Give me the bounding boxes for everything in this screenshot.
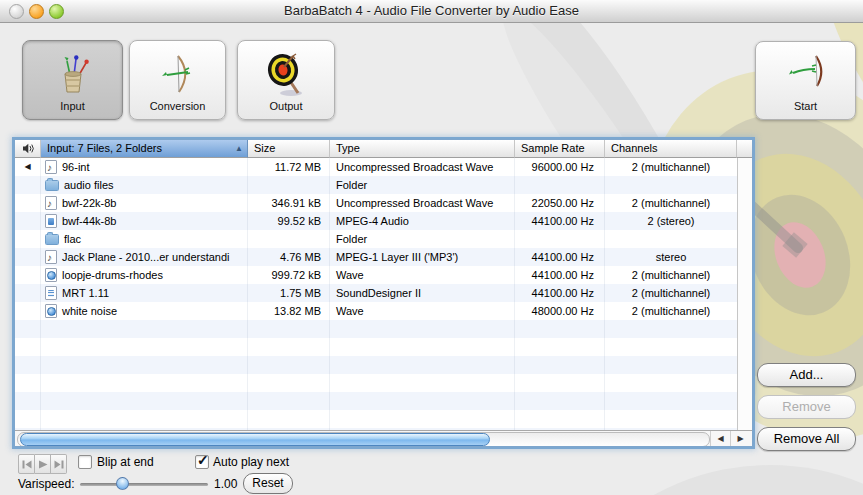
- file-sample-rate: 44100.00 Hz: [515, 248, 605, 266]
- file-channels: 2 (multichannel): [605, 302, 737, 320]
- table-row[interactable]: white noise 13.82 MB Wave 48000.00 Hz 2 …: [15, 302, 737, 320]
- playing-marker-icon: ◀: [24, 158, 30, 176]
- file-channels: stereo: [605, 248, 737, 266]
- empty-row[interactable]: [15, 374, 737, 392]
- window-title: BarbaBatch 4 - Audio File Converter by A…: [0, 0, 863, 22]
- column-header-sample-rate[interactable]: Sample Rate: [515, 140, 605, 158]
- file-sample-rate: 44100.00 Hz: [515, 212, 605, 230]
- table-row[interactable]: bwf-44k-8b 99.52 kB MPEG-4 Audio 44100.0…: [15, 212, 737, 230]
- start-button[interactable]: Start: [755, 41, 856, 120]
- file-channels: [605, 338, 737, 356]
- audio-file-icon: [45, 250, 57, 264]
- add-button[interactable]: Add...: [757, 363, 856, 387]
- file-sample-rate: [515, 320, 605, 338]
- file-size: 999.72 kB: [248, 266, 330, 284]
- target-icon: [263, 41, 309, 100]
- audio-file-icon: [45, 160, 57, 174]
- file-name: loopje-drums-rhodes: [62, 266, 163, 284]
- play-button[interactable]: [35, 454, 51, 474]
- close-button[interactable]: [9, 4, 24, 19]
- file-name: bwf-44k-8b: [62, 212, 116, 230]
- quiver-arrows-icon: [52, 41, 94, 100]
- conversion-tab-button[interactable]: Conversion: [129, 40, 226, 120]
- bow-arrow-icon: [157, 41, 199, 100]
- table-row[interactable]: loopje-drums-rhodes 999.72 kB Wave 44100…: [15, 266, 737, 284]
- file-sample-rate: [515, 176, 605, 194]
- file-channels: [605, 176, 737, 194]
- scroll-right-arrow-icon[interactable]: ▶: [730, 431, 750, 446]
- file-type: MPEG-1 Layer III ('MP3'): [330, 248, 515, 266]
- file-size: 11.72 MB: [248, 158, 330, 176]
- table-row[interactable]: Jack Plane - 2010...er understandi 4.76 …: [15, 248, 737, 266]
- file-channels: [605, 374, 737, 392]
- empty-row[interactable]: [15, 410, 737, 428]
- file-sample-rate: [515, 338, 605, 356]
- play-icon: [38, 460, 48, 469]
- file-sample-rate: 44100.00 Hz: [515, 266, 605, 284]
- file-channels: 2 (multichannel): [605, 284, 737, 302]
- file-channels: 2 (multichannel): [605, 158, 737, 176]
- auto-play-next-checkbox[interactable]: [195, 455, 209, 469]
- minimize-button[interactable]: [29, 4, 44, 19]
- file-type: [330, 392, 515, 410]
- file-name: audio files: [64, 176, 114, 194]
- file-name: Jack Plane - 2010...er understandi: [62, 248, 230, 266]
- file-type: Wave: [330, 266, 515, 284]
- scroll-left-arrow-icon[interactable]: ◀: [710, 431, 730, 446]
- table-row[interactable]: MRT 1.11 1.75 MB SoundDesigner II 44100.…: [15, 284, 737, 302]
- zoom-button[interactable]: [49, 4, 64, 19]
- table-row[interactable]: bwf-22k-8b 346.91 kB Uncompressed Broadc…: [15, 194, 737, 212]
- column-header-type[interactable]: Type: [330, 140, 515, 158]
- file-name: 96-int: [62, 158, 90, 176]
- vertical-scrollbar[interactable]: [737, 158, 752, 430]
- horizontal-scrollbar[interactable]: ◀ ▶: [15, 430, 752, 446]
- folder-icon: [45, 234, 59, 245]
- column-header-size[interactable]: Size: [248, 140, 330, 158]
- empty-row[interactable]: [15, 338, 737, 356]
- speaker-column-header[interactable]: [15, 140, 41, 158]
- file-name: bwf-22k-8b: [62, 194, 116, 212]
- file-size: [248, 230, 330, 248]
- empty-row[interactable]: [15, 392, 737, 410]
- file-type: Folder: [330, 176, 515, 194]
- column-header-input[interactable]: Input: 7 Files, 2 Folders ▲: [41, 140, 248, 158]
- column-header-channels[interactable]: Channels: [605, 140, 737, 158]
- speaker-icon: [22, 143, 34, 154]
- file-sample-rate: [515, 392, 605, 410]
- file-name: flac: [64, 230, 81, 248]
- titlebar[interactable]: BarbaBatch 4 - Audio File Converter by A…: [0, 0, 863, 23]
- previous-icon: [22, 460, 32, 469]
- file-sample-rate: 96000.00 Hz: [515, 158, 605, 176]
- blip-at-end-checkbox[interactable]: [78, 455, 92, 469]
- input-tab-label: Input: [60, 100, 84, 119]
- file-size: 99.52 kB: [248, 212, 330, 230]
- file-type: [330, 320, 515, 338]
- file-channels: [605, 320, 737, 338]
- horizontal-scrollbar-track[interactable]: [17, 432, 710, 447]
- file-channels: 2 (stereo): [605, 212, 737, 230]
- varispeed-slider-thumb[interactable]: [116, 477, 129, 490]
- input-file-list: Input: 7 Files, 2 Folders ▲ Size Type Sa…: [14, 139, 753, 447]
- next-track-button[interactable]: [51, 454, 67, 474]
- file-sample-rate: [515, 230, 605, 248]
- reset-button[interactable]: Reset: [243, 473, 293, 494]
- table-row[interactable]: ◀ 96-int 11.72 MB Uncompressed Broadcast…: [15, 158, 737, 176]
- output-tab-label: Output: [269, 100, 302, 119]
- table-row[interactable]: audio files Folder: [15, 176, 737, 194]
- output-tab-button[interactable]: Output: [237, 40, 335, 120]
- shooting-bow-icon: [785, 42, 827, 100]
- file-channels: 2 (multichannel): [605, 266, 737, 284]
- remove-all-button[interactable]: Remove All: [757, 427, 856, 451]
- empty-row[interactable]: [15, 356, 737, 374]
- file-channels: [605, 392, 737, 410]
- wave-file-icon: [45, 304, 57, 318]
- table-row[interactable]: flac Folder: [15, 230, 737, 248]
- empty-row[interactable]: [15, 320, 737, 338]
- previous-track-button[interactable]: [18, 454, 35, 474]
- input-tab-button[interactable]: Input: [22, 40, 123, 120]
- remove-button[interactable]: Remove: [757, 395, 856, 419]
- horizontal-scrollbar-thumb[interactable]: [20, 433, 490, 446]
- file-size: [248, 374, 330, 392]
- file-size: [248, 392, 330, 410]
- varispeed-slider-track[interactable]: [80, 483, 208, 486]
